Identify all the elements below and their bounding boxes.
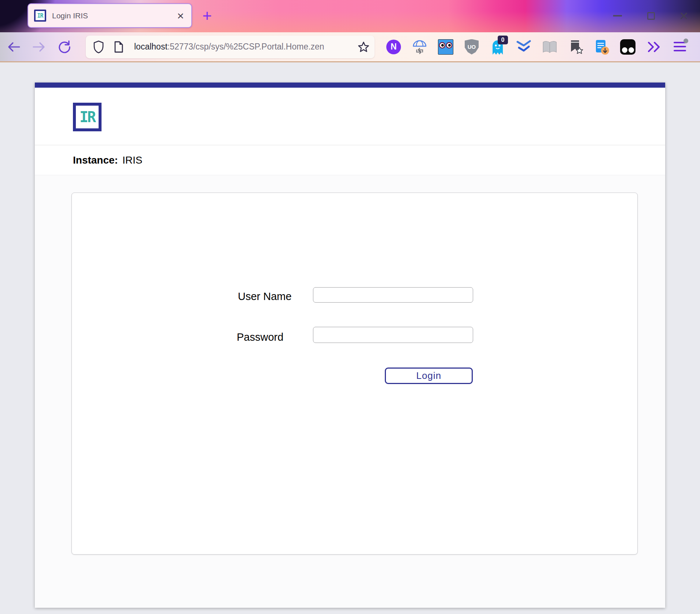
extension-umbrella-button[interactable] <box>409 38 430 56</box>
ublock-shield-icon: UO <box>465 39 479 55</box>
extension-ghostery-button[interactable]: 0 <box>487 38 508 56</box>
password-label: Password <box>237 331 283 343</box>
url-text[interactable]: localhost:52773/csp/sys/%25CSP.Portal.Ho… <box>134 42 355 52</box>
back-button[interactable] <box>6 38 22 56</box>
hamburger-menu-icon <box>674 42 686 52</box>
page-accent-bar <box>35 83 665 88</box>
two-dots-icon <box>620 39 635 55</box>
login-form-panel: User Name Password Login <box>71 193 638 555</box>
tab-favicon-icon: IR <box>34 10 46 22</box>
bookmark-flag-star-icon <box>568 39 583 55</box>
url-bar[interactable]: localhost:52773/csp/sys/%25CSP.Portal.Ho… <box>86 36 375 58</box>
menu-notification-dot <box>684 39 688 43</box>
reader-book-button[interactable] <box>539 38 560 56</box>
window-minimize-button[interactable] <box>609 8 626 24</box>
iris-page-container: IR Instance: IRIS User Name Password Log… <box>35 83 665 608</box>
url-path: :52773/csp/sys/%25CSP.Portal.Home.zen <box>167 42 324 51</box>
tab-title: Login IRIS <box>52 11 176 20</box>
window-maximize-button[interactable] <box>643 8 659 24</box>
instance-value: IRIS <box>122 154 142 166</box>
extension-ublock-button[interactable]: UO <box>461 38 482 56</box>
document-download-icon <box>594 39 610 55</box>
password-input[interactable] <box>313 327 473 343</box>
bookmark-flag-button[interactable] <box>565 38 586 56</box>
reload-icon <box>58 40 71 54</box>
tracking-protection-shield-icon[interactable] <box>93 40 104 54</box>
googly-eyes-icon <box>438 39 453 55</box>
extension-googly-eyes-button[interactable] <box>435 38 456 56</box>
browser-viewport: IR Instance: IRIS User Name Password Log… <box>0 62 700 614</box>
forward-arrow-icon <box>32 41 45 52</box>
minimize-icon <box>613 15 622 17</box>
back-arrow-icon <box>7 41 21 52</box>
forward-button[interactable] <box>31 38 47 56</box>
browser-tab[interactable]: IR Login IRIS × <box>27 3 192 28</box>
app-menu-button[interactable] <box>670 38 690 56</box>
double-chevron-down-icon <box>515 40 532 54</box>
navigation-toolbar: localhost:52773/csp/sys/%25CSP.Portal.Ho… <box>0 32 700 62</box>
login-button[interactable]: Login <box>385 368 473 384</box>
toolbar-overflow-button[interactable] <box>644 38 664 56</box>
page-info-icon[interactable] <box>114 41 124 53</box>
bookmark-star-icon[interactable] <box>358 41 369 53</box>
instance-label: Instance: <box>73 154 118 166</box>
new-tab-button[interactable]: + <box>199 5 215 26</box>
extension-row: N UO 0 <box>383 38 690 56</box>
page-content: User Name Password Login <box>35 176 665 608</box>
tab-bar: IR Login IRIS × + × <box>0 0 700 32</box>
page-header: IR <box>35 88 665 145</box>
extension-chevrons-button[interactable] <box>513 38 534 56</box>
iris-logo: IR <box>73 103 102 131</box>
open-book-icon <box>542 40 558 54</box>
instance-row: Instance: IRIS <box>35 145 665 175</box>
umbrella-arrows-icon <box>412 39 428 55</box>
reload-button[interactable] <box>56 38 73 56</box>
save-page-button[interactable] <box>592 38 612 56</box>
n-circle-icon: N <box>386 40 401 54</box>
window-close-button[interactable]: × <box>676 8 692 24</box>
ghostery-badge: 0 <box>498 36 508 44</box>
double-chevron-right-icon <box>646 41 661 53</box>
url-host: localhost <box>134 42 167 51</box>
username-label: User Name <box>238 290 292 303</box>
extension-n-button[interactable]: N <box>383 38 404 56</box>
tab-close-icon[interactable]: × <box>176 10 185 22</box>
username-input[interactable] <box>313 287 473 303</box>
maximize-icon <box>647 12 655 20</box>
extension-dark-dots-button[interactable] <box>618 38 638 56</box>
